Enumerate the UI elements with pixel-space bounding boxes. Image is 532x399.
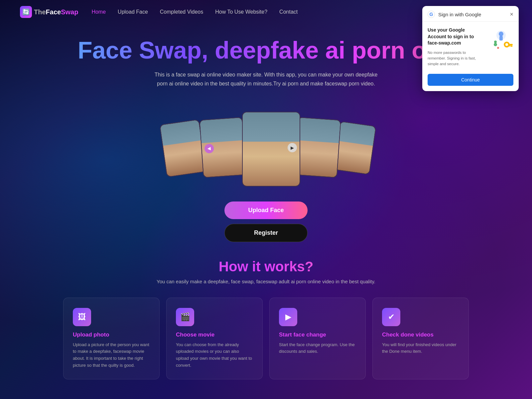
how-it-works-section: How it works? You can easily make a deep…	[0, 252, 532, 393]
popup-header-title: Sign in with Google	[438, 12, 481, 17]
google-continue-button[interactable]: Continue	[428, 74, 513, 86]
upload-face-button[interactable]: Upload Face	[224, 201, 308, 219]
nav-completed-videos[interactable]: Completed Videos	[160, 9, 203, 15]
carousel-next[interactable]: ▶	[288, 143, 297, 152]
how-it-works-subtitle: You can easily make a deepfake, face swa…	[20, 279, 512, 284]
feature-card-start-face-change: ▶ Start face change Start the face chang…	[269, 298, 366, 379]
logo[interactable]: 🔄 TheFaceSwap	[20, 6, 78, 18]
choose-movie-desc: You can choose from the already uploaded…	[176, 341, 253, 369]
upload-photo-desc: Upload a picture of the person you want …	[73, 341, 150, 369]
feature-cards-row: 🖼 Upload photo Upload a picture of the p…	[20, 298, 512, 379]
svg-rect-2	[499, 36, 503, 41]
nav-home[interactable]: Home	[91, 9, 106, 15]
nav-links: Home Upload Face Completed Videos How To…	[91, 9, 298, 15]
how-it-works-title: How it works?	[20, 259, 512, 275]
upload-photo-icon: 🖼	[73, 308, 91, 326]
feature-card-upload-photo: 🖼 Upload photo Upload a picture of the p…	[63, 298, 160, 379]
start-face-change-icon: ▶	[279, 308, 297, 326]
choose-movie-title: Choose movie	[176, 332, 253, 338]
logo-text: TheFaceSwap	[34, 8, 78, 16]
start-face-change-title: Start face change	[279, 332, 356, 338]
register-button[interactable]: Register	[224, 224, 308, 242]
popup-sub-text: No more passwords to remember. Signing i…	[428, 50, 484, 67]
nav-contact[interactable]: Contact	[279, 9, 298, 15]
key-illustration-icon	[489, 29, 513, 52]
svg-point-4	[505, 43, 508, 46]
nav-how-to-use[interactable]: How To Use Website?	[215, 9, 267, 15]
feature-card-check-done-videos: ✔ Check done videos You will find your f…	[372, 298, 469, 379]
svg-rect-5	[508, 44, 513, 45]
face-card-2: ◀	[199, 117, 246, 178]
check-done-videos-desc: You will find your finished videos under…	[382, 341, 459, 355]
choose-movie-icon: 🎬	[176, 308, 194, 326]
popup-text: Use your Google Account to sign in to fa…	[428, 27, 484, 67]
face-card-4	[294, 117, 341, 178]
cta-section: Upload Face Register	[0, 201, 532, 242]
svg-point-1	[499, 32, 503, 36]
nav-upload-face[interactable]: Upload Face	[118, 9, 148, 15]
svg-point-8	[494, 43, 497, 46]
upload-photo-title: Upload photo	[73, 332, 150, 338]
popup-body: Use your Google Account to sign in to fa…	[422, 22, 519, 74]
svg-rect-7	[509, 45, 511, 47]
face-card-3: ▶	[242, 112, 300, 187]
feature-card-choose-movie: 🎬 Choose movie You can choose from the a…	[166, 298, 263, 379]
face-card-1	[159, 119, 206, 177]
google-signin-popup: G Sign in with Google × Use your Google …	[422, 6, 519, 91]
popup-footer: Continue	[422, 74, 519, 91]
hero-subtitle: This is a face swap ai online video make…	[153, 70, 379, 88]
popup-header-left: G Sign in with Google	[428, 11, 481, 18]
svg-rect-6	[511, 45, 512, 47]
popup-close-button[interactable]: ×	[510, 11, 513, 17]
popup-illustration	[488, 27, 513, 67]
svg-point-9	[494, 41, 497, 43]
check-done-videos-icon: ✔	[382, 308, 400, 326]
svg-point-10	[497, 47, 499, 49]
google-logo: G	[428, 11, 435, 18]
popup-main-text: Use your Google Account to sign in to fa…	[428, 27, 484, 47]
check-done-videos-title: Check done videos	[382, 332, 459, 338]
popup-header: G Sign in with Google ×	[422, 6, 519, 22]
face-carousel: ◀ ▶	[66, 105, 466, 198]
logo-icon: 🔄	[20, 6, 32, 18]
start-face-change-desc: Start the face change program. Use the d…	[279, 341, 356, 355]
